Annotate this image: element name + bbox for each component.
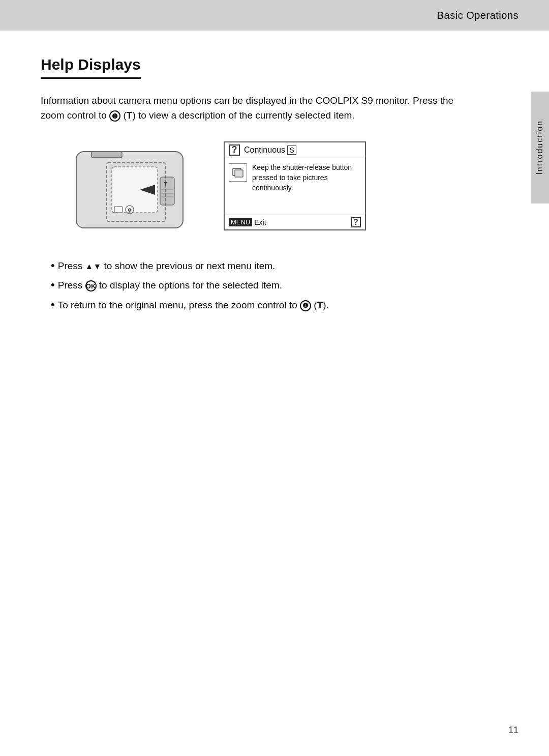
screen-header: ? Continuous S: [225, 142, 365, 158]
zoom-icon-inline: ❶: [109, 110, 120, 122]
list-item: • To return to the original menu, press …: [51, 298, 468, 313]
svg-text:❶: ❶: [128, 208, 132, 213]
screen-mode-icon: S: [287, 146, 296, 155]
main-content: Help Displays Information about camera m…: [0, 31, 508, 347]
bullet-list: • Press ▲▼ to show the previous or next …: [51, 258, 468, 313]
list-item: • Press ▲▼ to show the previous or next …: [51, 258, 468, 274]
bullet-dot: •: [51, 279, 55, 290]
screen-mode-text: Continuous S: [244, 146, 361, 155]
images-row: T ❶ ?: [61, 141, 468, 238]
screen-illustration: ? Continuous S Keep the shutter-release …: [224, 141, 366, 230]
screen-body: Keep the shutter-release button pressed …: [225, 158, 365, 197]
page-number: 11: [508, 725, 518, 736]
header-title: Basic Operations: [437, 10, 518, 21]
svg-rect-3: [160, 177, 174, 205]
screen-icon-box: [229, 163, 247, 182]
page: Basic Operations Introduction Help Displ…: [0, 0, 549, 756]
list-item: • Press OK to display the options for th…: [51, 278, 468, 293]
screen-body-text: Keep the shutter-release button pressed …: [252, 162, 361, 193]
screen-menu-button: MENU: [229, 218, 252, 226]
zoom-icon-bullet: ❶: [300, 300, 311, 311]
intro-paragraph: Information about camera menu options ca…: [41, 93, 458, 123]
screen-question-icon: ?: [229, 144, 240, 156]
up-down-arrow-icon: ▲▼: [85, 260, 102, 273]
svg-rect-14: [235, 170, 243, 177]
bullet-dot: •: [51, 299, 55, 310]
header-bar: Basic Operations: [0, 0, 549, 31]
bullet-text: To return to the original menu, press th…: [58, 298, 329, 313]
screen-footer: MENU Exit ?: [225, 215, 365, 229]
side-tab: Introduction: [531, 92, 549, 203]
side-tab-label: Introduction: [535, 120, 544, 175]
screen-exit-text: Exit: [254, 218, 266, 226]
bullet-text: Press ▲▼ to show the previous or next me…: [58, 258, 276, 274]
bullet-text: Press OK to display the options for the …: [58, 278, 282, 293]
camera-illustration: T ❶: [61, 141, 193, 238]
bullet-dot: •: [51, 260, 55, 271]
svg-rect-1: [92, 152, 122, 158]
ok-circle-icon: OK: [85, 280, 97, 292]
section-title: Help Displays: [41, 56, 141, 79]
screen-question-small-icon: ?: [351, 217, 361, 227]
